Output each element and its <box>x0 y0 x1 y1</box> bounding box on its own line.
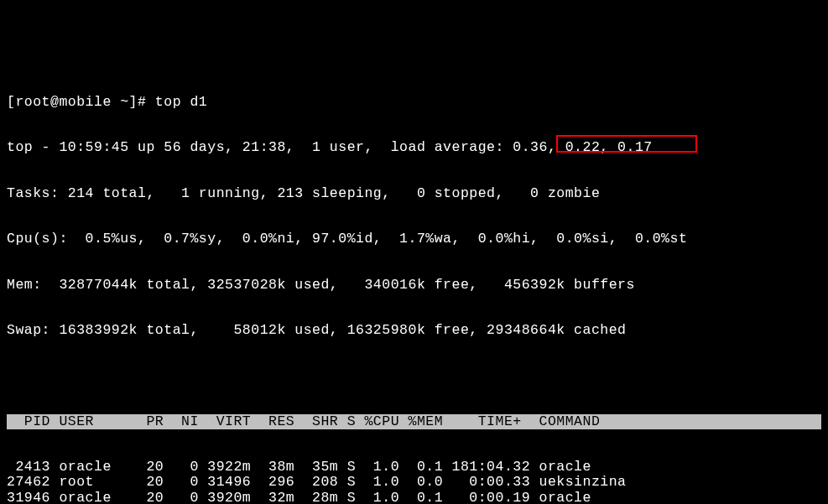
top-summary-mem: Mem: 32877044k total, 32537028k used, 34… <box>7 278 821 293</box>
process-table-body: 2413 oracle 20 0 3922m 38m 35m S 1.0 0.1… <box>7 460 821 504</box>
top-summary-swap: Swap: 16383992k total, 58012k used, 1632… <box>7 323 821 338</box>
process-row: 31946 oracle 20 0 3920m 32m 28m S 1.0 0.… <box>7 491 821 505</box>
top-summary-tasks: Tasks: 214 total, 1 running, 213 sleepin… <box>7 186 821 201</box>
spacer-line <box>7 368 821 383</box>
process-row: 27462 root 20 0 31496 296 208 S 1.0 0.0 … <box>7 475 821 490</box>
top-summary-time: top - 10:59:45 up 56 days, 21:38, 1 user… <box>7 140 821 155</box>
process-row: 2413 oracle 20 0 3922m 38m 35m S 1.0 0.1… <box>7 460 821 475</box>
command-prompt: [root@mobile ~]# top d1 <box>7 95 821 110</box>
process-table-header: PID USER PR NI VIRT RES SHR S %CPU %MEM … <box>7 414 821 429</box>
top-summary-cpu: Cpu(s): 0.5%us, 0.7%sy, 0.0%ni, 97.0%id,… <box>7 231 821 247</box>
terminal-window[interactable]: [root@mobile ~]# top d1 top - 10:59:45 u… <box>0 61 828 504</box>
